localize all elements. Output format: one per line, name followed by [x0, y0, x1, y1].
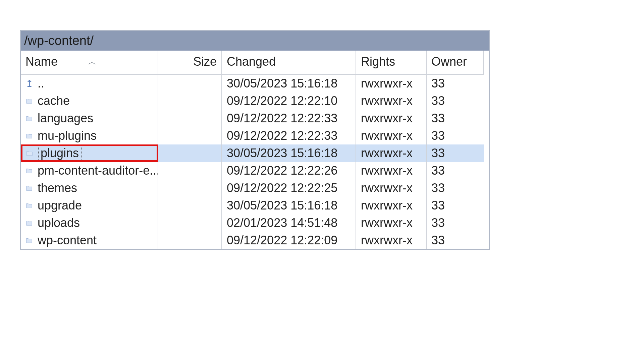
file-name-label: plugins	[38, 145, 82, 161]
cell-rights: rwxrwxr-x	[356, 127, 427, 144]
cell-owner: 33	[427, 110, 484, 127]
column-header-rights[interactable]: Rights	[356, 51, 427, 75]
cell-name[interactable]: languages	[21, 110, 158, 127]
cell-size	[158, 197, 222, 214]
cell-owner: 33	[427, 179, 484, 197]
cell-name[interactable]: plugins	[21, 144, 158, 162]
cell-changed: 09/12/2022 12:22:33	[222, 110, 356, 127]
column-label: Size	[193, 55, 217, 69]
cell-owner: 33	[427, 197, 484, 214]
cell-name[interactable]: wp-content	[21, 232, 158, 249]
cell-size	[158, 214, 222, 232]
folder-icon	[26, 148, 33, 158]
cell-changed: 30/05/2023 15:16:18	[222, 197, 356, 214]
path-bar[interactable]: /wp-content/	[21, 31, 489, 51]
cell-owner: 33	[427, 162, 484, 179]
cell-rights: rwxrwxr-x	[356, 179, 427, 197]
cell-rights: rwxrwxr-x	[356, 144, 427, 162]
column-header-size[interactable]: Size	[158, 51, 222, 75]
cell-name[interactable]: mu-plugins	[21, 127, 158, 144]
file-name-label: languages	[38, 111, 93, 125]
cell-size	[158, 110, 222, 127]
column-label: Name	[25, 55, 58, 69]
cell-owner: 33	[427, 75, 484, 92]
file-name-label: uploads	[38, 216, 80, 230]
file-name-label: cache	[38, 94, 70, 108]
column-header-changed[interactable]: Changed	[222, 51, 356, 75]
file-name-label: wp-content	[38, 233, 97, 247]
cell-changed: 02/01/2023 14:51:48	[222, 214, 356, 232]
cell-changed: 09/12/2022 12:22:33	[222, 127, 356, 144]
folder-icon	[25, 201, 33, 210]
sort-caret-icon: ︿	[88, 56, 97, 68]
folder-icon	[25, 183, 33, 193]
cell-owner: 33	[427, 127, 484, 144]
column-header-owner[interactable]: Owner	[427, 51, 484, 75]
cell-owner: 33	[427, 144, 484, 162]
cell-name[interactable]: pm-content-auditor-e...	[21, 162, 158, 179]
cell-changed: 30/05/2023 15:16:18	[222, 144, 356, 162]
cell-rights: rwxrwxr-x	[356, 110, 427, 127]
column-label: Changed	[227, 55, 276, 69]
cell-size	[158, 162, 222, 179]
cell-name[interactable]: themes	[21, 179, 158, 197]
path-text: /wp-content/	[24, 34, 94, 48]
cell-changed: 09/12/2022 12:22:26	[222, 162, 356, 179]
cell-owner: 33	[427, 232, 484, 249]
folder-icon	[25, 96, 33, 106]
cell-changed: 09/12/2022 12:22:10	[222, 92, 356, 110]
cell-changed: 30/05/2023 15:16:18	[222, 75, 356, 92]
cell-rights: rwxrwxr-x	[356, 214, 427, 232]
cell-changed: 09/12/2022 12:22:09	[222, 232, 356, 249]
cell-owner: 33	[427, 92, 484, 110]
folder-icon	[25, 131, 33, 140]
column-label: Rights	[361, 55, 395, 69]
cell-rights: rwxrwxr-x	[356, 162, 427, 179]
file-name-label: themes	[38, 181, 77, 195]
cell-owner: 33	[427, 214, 484, 232]
cell-size	[158, 232, 222, 249]
cell-changed: 09/12/2022 12:22:25	[222, 179, 356, 197]
column-header-name[interactable]: Name ︿	[21, 51, 158, 75]
file-name-label: mu-plugins	[38, 129, 97, 143]
cell-size	[158, 179, 222, 197]
cell-rights: rwxrwxr-x	[356, 75, 427, 92]
cell-name[interactable]: uploads	[21, 214, 158, 232]
cell-name[interactable]: upgrade	[21, 197, 158, 214]
file-grid: Name ︿ Size Changed Rights Owner ↥..30/0…	[21, 51, 489, 249]
folder-icon	[25, 236, 33, 245]
file-name-label: upgrade	[38, 198, 82, 213]
cell-rights: rwxrwxr-x	[356, 232, 427, 249]
cell-size	[158, 127, 222, 144]
file-panel: /wp-content/ Name ︿ Size Changed Rights …	[20, 30, 490, 250]
cell-rights: rwxrwxr-x	[356, 92, 427, 110]
cell-name[interactable]: cache	[21, 92, 158, 110]
cell-size	[158, 92, 222, 110]
folder-icon	[25, 166, 33, 175]
cell-size	[158, 75, 222, 92]
folder-icon	[25, 114, 33, 123]
parent-dir-icon: ↥	[25, 79, 33, 88]
cell-rights: rwxrwxr-x	[356, 197, 427, 214]
cell-size	[158, 144, 222, 162]
file-name-label: ..	[38, 76, 44, 90]
folder-icon	[25, 218, 33, 228]
file-name-label: pm-content-auditor-e...	[38, 164, 158, 178]
column-label: Owner	[431, 55, 467, 69]
cell-name[interactable]: ↥..	[21, 75, 158, 92]
